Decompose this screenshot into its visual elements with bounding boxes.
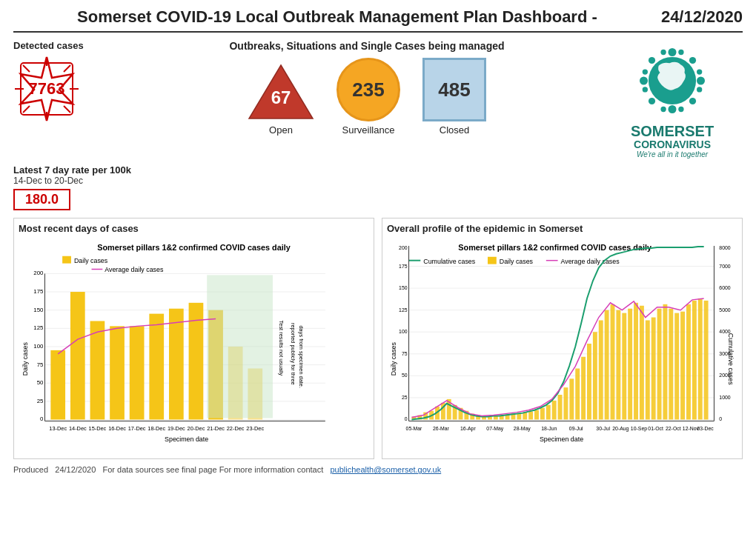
svg-rect-151 — [599, 321, 603, 420]
svg-text:22-Oct: 22-Oct — [666, 427, 681, 432]
svg-point-22 — [643, 87, 648, 92]
svg-rect-143 — [552, 401, 557, 420]
svg-text:26-Mar: 26-Mar — [433, 427, 449, 432]
svg-rect-54 — [50, 350, 65, 420]
svg-text:100: 100 — [33, 343, 44, 350]
svg-text:5000: 5000 — [719, 307, 730, 313]
right-section-title: Overall profile of the epidemic in Somer… — [387, 223, 737, 234]
svg-text:25: 25 — [402, 395, 408, 400]
svg-text:21-Dec: 21-Dec — [207, 426, 225, 433]
footer-email[interactable]: publichealth@somerset.gov.uk — [330, 465, 441, 474]
svg-text:09-Jul: 09-Jul — [569, 427, 583, 432]
detected-cases-value: 7763 — [29, 79, 65, 99]
svg-text:20-Dec: 20-Dec — [188, 426, 205, 433]
svg-text:13-Dec: 13-Dec — [49, 426, 67, 433]
svg-point-27 — [678, 107, 683, 112]
svg-text:03-Dec: 03-Dec — [697, 427, 714, 432]
svg-text:15-Dec: 15-Dec — [89, 426, 107, 433]
surveillance-circle: 235 — [336, 58, 400, 121]
svg-rect-56 — [90, 321, 105, 420]
svg-text:10-Sep: 10-Sep — [631, 427, 647, 433]
svg-rect-148 — [581, 357, 586, 420]
svg-text:20-Aug: 20-Aug — [612, 427, 629, 433]
svg-rect-169 — [704, 301, 709, 420]
closed-square: 485 — [422, 58, 486, 121]
svg-text:100: 100 — [399, 330, 408, 335]
surveillance-label: Surveillance — [342, 124, 395, 136]
svg-text:1000: 1000 — [719, 395, 730, 400]
svg-point-21 — [697, 69, 702, 74]
svg-rect-167 — [692, 301, 697, 420]
svg-rect-166 — [686, 304, 691, 420]
svg-text:8000: 8000 — [719, 245, 730, 250]
svg-rect-158 — [640, 306, 644, 420]
svg-rect-156 — [628, 309, 632, 420]
svg-text:0: 0 — [719, 417, 722, 422]
open-triangle: 67 — [248, 62, 314, 121]
somerset-text: SOMERSET CORONAVIRUS We're all in it tog… — [631, 123, 714, 158]
svg-text:50: 50 — [37, 380, 44, 387]
outbreaks-title: Outbreaks, Situations and Single Cases b… — [132, 40, 602, 52]
header-date: 24/12/2020 — [661, 7, 743, 27]
svg-text:200: 200 — [33, 270, 44, 277]
closed-value: 485 — [438, 79, 470, 101]
svg-rect-153 — [611, 304, 615, 420]
svg-point-14 — [640, 77, 648, 85]
svg-text:28-May: 28-May — [514, 427, 531, 433]
svg-text:Cumulative cases: Cumulative cases — [423, 258, 475, 265]
svg-text:4000: 4000 — [719, 330, 730, 335]
svg-rect-146 — [569, 379, 574, 420]
svg-text:16-Dec: 16-Dec — [108, 426, 126, 433]
svg-point-12 — [669, 48, 677, 56]
closed-label: Closed — [440, 124, 469, 136]
svg-text:Specimen date: Specimen date — [540, 435, 583, 443]
svg-text:175: 175 — [33, 288, 44, 295]
right-chart-panel: Overall profile of the epidemic in Somer… — [382, 218, 743, 459]
svg-text:150: 150 — [33, 307, 44, 313]
svg-rect-152 — [605, 310, 609, 420]
svg-line-6 — [23, 65, 30, 72]
outbreaks-panel: Outbreaks, Situations and Single Cases b… — [132, 40, 602, 136]
svg-rect-59 — [149, 314, 164, 420]
page-title: Somerset COVID-19 Local Outbreak Managem… — [77, 7, 597, 26]
svg-rect-29 — [62, 256, 71, 264]
svg-rect-155 — [622, 313, 626, 420]
somerset-tagline: We're all in it together — [631, 150, 714, 158]
svg-rect-149 — [587, 344, 591, 419]
svg-text:Average daily cases: Average daily cases — [105, 267, 164, 274]
open-item: 67 Open — [248, 62, 314, 136]
coronavirus-icon — [631, 40, 713, 121]
svg-rect-164 — [674, 313, 679, 420]
svg-text:05-Mar: 05-Mar — [406, 427, 422, 432]
svg-text:2000: 2000 — [719, 373, 730, 378]
left-chart-panel: Most recent days of cases Somerset pilla… — [13, 218, 374, 459]
svg-point-18 — [649, 98, 655, 104]
svg-text:14-Dec: 14-Dec — [69, 426, 87, 433]
svg-text:Daily cases: Daily cases — [390, 342, 397, 376]
svg-rect-57 — [110, 327, 125, 420]
detected-cases-badge: 7763 — [13, 56, 80, 122]
rate-section: Latest 7 day rate per 100k 14-Dec to 20-… — [13, 164, 743, 210]
page-header: 24/12/2020 Somerset COVID-19 Local Outbr… — [13, 7, 743, 33]
svg-text:Daily cases: Daily cases — [21, 342, 29, 376]
svg-rect-58 — [130, 327, 145, 420]
right-chart: Somerset pillars 1&2 confirmed COVID cas… — [387, 237, 737, 452]
svg-text:125: 125 — [33, 325, 44, 332]
svg-text:175: 175 — [399, 264, 408, 269]
svg-rect-159 — [646, 321, 650, 420]
svg-rect-150 — [593, 333, 597, 420]
detected-cases-label: Detected cases — [13, 40, 132, 51]
svg-rect-141 — [540, 408, 545, 420]
footer-date: 24/12/2020 — [55, 465, 96, 474]
svg-text:25: 25 — [37, 398, 44, 404]
svg-text:200: 200 — [399, 245, 408, 250]
outbreaks-items: 67 Open 235 Surveillance 485 Closed — [132, 58, 602, 136]
footer-produced: Produced — [13, 465, 48, 474]
svg-text:17-Dec: 17-Dec — [128, 426, 146, 433]
svg-rect-84 — [488, 257, 497, 264]
svg-text:75: 75 — [402, 351, 408, 356]
svg-text:30-Jul: 30-Jul — [596, 427, 610, 432]
svg-text:150: 150 — [399, 285, 408, 290]
svg-point-16 — [649, 57, 655, 64]
svg-text:125: 125 — [399, 307, 408, 313]
